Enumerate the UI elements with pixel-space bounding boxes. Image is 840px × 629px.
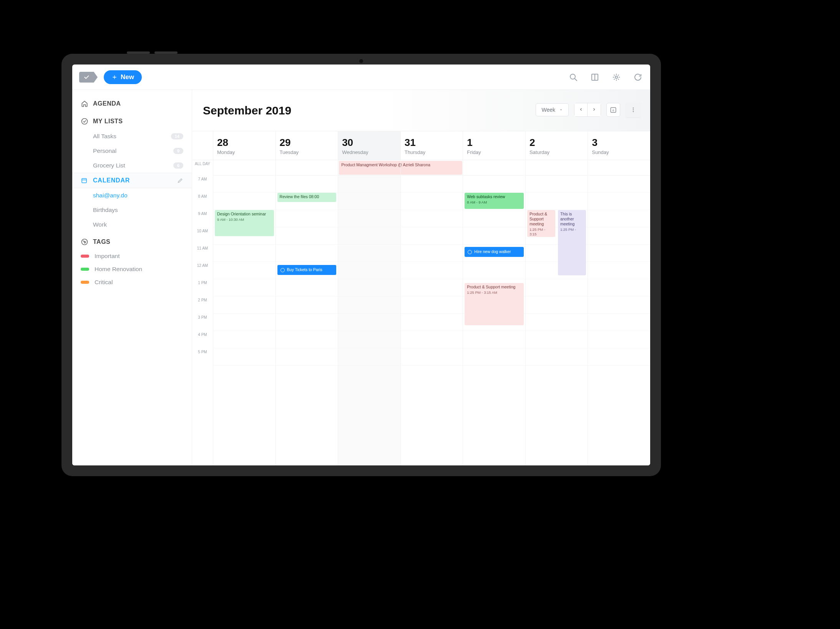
sidebar: AGENDA MY LISTS All Tasks 14 Personal 9 … xyxy=(72,90,192,465)
svg-rect-6 xyxy=(82,179,86,183)
sync-icon xyxy=(633,73,642,82)
chevron-right-icon xyxy=(592,107,596,112)
calendar-main: September 2019 Week xyxy=(192,90,650,465)
mylists-label: MY LISTS xyxy=(93,118,123,125)
sidebar-list-personal[interactable]: Personal 9 xyxy=(72,144,192,158)
day-header[interactable]: 31Thursday xyxy=(400,131,463,160)
day-column-tuesday[interactable]: Review the files 08:00 Buy Tickets to Pa… xyxy=(276,160,338,465)
tablet-hw-buttons xyxy=(127,51,178,54)
svg-text:6: 6 xyxy=(613,109,614,112)
sidebar-tag-home-renovation[interactable]: Home Renovation xyxy=(72,263,192,276)
sidebar-tags-header[interactable]: TAGS xyxy=(72,232,192,250)
sidebar-tag-important[interactable]: Important xyxy=(72,250,192,263)
new-button-label: New xyxy=(121,73,134,81)
day-header-today[interactable]: 30Wednesday xyxy=(338,131,400,160)
sidebar-list-count: 9 xyxy=(173,148,183,154)
sidebar-tag-critical[interactable]: Critical xyxy=(72,276,192,289)
event-web-subtasks[interactable]: Web subtasks review 8 AM - 9 AM xyxy=(465,193,524,209)
more-button[interactable] xyxy=(626,102,641,118)
book-icon xyxy=(590,73,599,82)
sidebar-list-label: Grocery List xyxy=(93,162,125,169)
day-column-monday[interactable]: Design Orientation seminar 9 AM - 10:30 … xyxy=(213,160,276,465)
week-nav xyxy=(574,103,601,117)
svg-point-13 xyxy=(633,111,634,112)
sidebar-calendar-work[interactable]: Work xyxy=(72,217,192,232)
sidebar-list-count: 14 xyxy=(171,133,183,139)
pencil-icon[interactable] xyxy=(177,177,183,184)
new-button[interactable]: New xyxy=(104,70,142,84)
sidebar-calendar-birthdays[interactable]: Birthdays xyxy=(72,203,192,217)
day-header[interactable]: 29Tuesday xyxy=(276,131,338,160)
home-icon xyxy=(81,100,88,108)
sidebar-list-label: All Tasks xyxy=(93,133,116,140)
task-circle-icon xyxy=(468,250,472,254)
day-header[interactable]: 3Sunday xyxy=(588,131,650,160)
next-week-button[interactable] xyxy=(588,103,601,116)
tag-swatch xyxy=(81,281,89,284)
event-product-support-fri[interactable]: Product & Support meeting 1:25 PM - 3:15… xyxy=(465,283,524,325)
tablet-frame: New AGENDA xyxy=(61,54,661,476)
svg-point-12 xyxy=(633,109,634,111)
check-icon xyxy=(83,74,90,80)
event-product-support-sat[interactable]: Product & Support meeting 1:25 PM - 3:15 xyxy=(527,210,556,237)
svg-point-5 xyxy=(82,119,88,124)
event-dog-walker[interactable]: Hire new dog walker xyxy=(465,247,524,257)
svg-point-0 xyxy=(570,74,575,79)
day-header-row: 28Monday 29Tuesday 30Wednesday 31Thursda… xyxy=(192,131,650,160)
day-column-wednesday[interactable]: Product Managment Workshop @ Azrieli Sha… xyxy=(338,160,400,465)
calendar-grid[interactable]: ALL DAY 7 AM 8 AM 9 AM 10 AM 11 AM 12 AM… xyxy=(192,160,650,465)
search-icon xyxy=(569,73,578,82)
app-logo-chip[interactable] xyxy=(79,72,94,83)
search-button[interactable] xyxy=(568,72,579,83)
sidebar-calendar-header[interactable]: CALENDAR xyxy=(72,173,192,188)
tag-swatch xyxy=(81,255,89,258)
tag-label: Critical xyxy=(95,279,113,286)
day-header[interactable]: 1Friday xyxy=(463,131,525,160)
tag-swatch xyxy=(81,268,89,271)
sidebar-agenda-header[interactable]: AGENDA xyxy=(72,94,192,111)
day-column-thursday[interactable] xyxy=(400,160,463,465)
tag-label: Important xyxy=(95,253,120,260)
event-design-seminar[interactable]: Design Orientation seminar 9 AM - 10:30 … xyxy=(215,210,274,236)
event-buy-tickets[interactable]: Buy Tickets to Paris xyxy=(277,265,337,275)
day-column-saturday[interactable]: Product & Support meeting 1:25 PM - 3:15… xyxy=(525,160,588,465)
screen: New AGENDA xyxy=(72,65,650,465)
check-circle-icon xyxy=(81,118,88,125)
allday-label: ALL DAY xyxy=(192,160,213,175)
sidebar-mylists-header[interactable]: MY LISTS xyxy=(72,111,192,129)
settings-button[interactable] xyxy=(611,72,622,83)
sidebar-list-label: Personal xyxy=(93,147,116,154)
tag-icon xyxy=(81,238,88,246)
calendar-header: September 2019 Week xyxy=(192,90,650,131)
task-circle-icon xyxy=(281,268,285,272)
time-column: ALL DAY 7 AM 8 AM 9 AM 10 AM 11 AM 12 AM… xyxy=(192,160,213,465)
sidebar-list-all-tasks[interactable]: All Tasks 14 xyxy=(72,129,192,144)
calendar-label: CALENDAR xyxy=(93,177,130,184)
calendar-title: September 2019 xyxy=(203,104,291,117)
svg-line-1 xyxy=(575,79,577,81)
today-button[interactable]: 6 xyxy=(606,103,620,117)
more-vertical-icon xyxy=(630,107,636,113)
svg-point-11 xyxy=(633,108,634,109)
sidebar-list-grocery[interactable]: Grocery List 6 xyxy=(72,158,192,173)
tags-label: TAGS xyxy=(93,238,110,245)
sidebar-calendar-account[interactable]: shai@any.do xyxy=(72,188,192,203)
caret-down-icon xyxy=(559,108,563,112)
calendar-today-icon: 6 xyxy=(609,106,617,114)
day-column-sunday[interactable] xyxy=(588,160,650,465)
event-review-files[interactable]: Review the files 08:00 xyxy=(277,193,337,202)
day-column-friday[interactable]: Web subtasks review 8 AM - 9 AM Hire new… xyxy=(463,160,525,465)
view-selector[interactable]: Week xyxy=(536,103,569,116)
gear-icon xyxy=(612,73,621,82)
day-header[interactable]: 28Monday xyxy=(213,131,276,160)
chevron-left-icon xyxy=(579,107,583,112)
calendar-icon xyxy=(81,177,88,184)
event-another-meeting[interactable]: This is another meeting 1:25 PM - xyxy=(558,210,586,275)
panels-button[interactable] xyxy=(589,72,600,83)
plus-icon xyxy=(111,74,118,80)
svg-point-4 xyxy=(615,76,618,78)
sync-button[interactable] xyxy=(632,72,643,83)
prev-week-button[interactable] xyxy=(574,103,588,116)
day-header[interactable]: 2Saturday xyxy=(525,131,588,160)
tag-label: Home Renovation xyxy=(95,266,142,273)
